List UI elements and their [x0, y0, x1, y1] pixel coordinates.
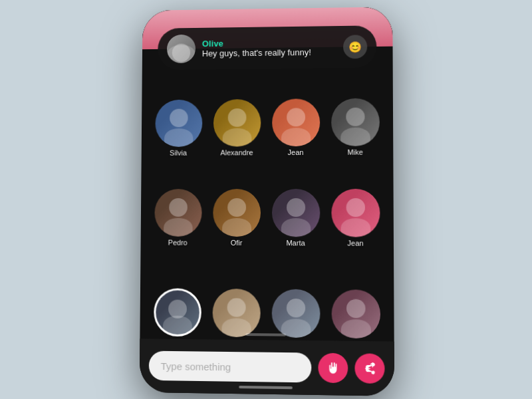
participant-marta[interactable]: Marta [267, 159, 324, 247]
participant-user2[interactable] [208, 249, 265, 337]
avatar-user3 [271, 289, 320, 338]
name-silvia: Silvia [170, 149, 187, 157]
share-button[interactable] [354, 353, 384, 384]
share-icon [363, 362, 377, 376]
name-jean2: Jean [347, 239, 363, 247]
chat-text-area: Olive Hey guys, that's really funny! [202, 37, 336, 59]
participant-user4[interactable] [327, 249, 384, 338]
name-alexandre: Alexandre [220, 149, 253, 157]
emoji-icon: 😊 [348, 41, 362, 53]
name-pedro: Pedro [168, 238, 188, 246]
participant-pedro[interactable]: Pedro [150, 160, 206, 247]
participant-silvia[interactable]: Silvia [150, 70, 206, 157]
avatar-self [154, 288, 201, 336]
participant-user3[interactable] [267, 249, 325, 338]
avatar-pedro [154, 189, 201, 237]
participant-jean2[interactable]: Jean [327, 159, 384, 247]
avatar-marta [271, 189, 319, 237]
participant-mike[interactable]: Mike [327, 69, 384, 157]
chat-bubble: Olive Hey guys, that's really funny! 😊 [158, 25, 376, 70]
hand-icon [326, 360, 340, 376]
type-input-field[interactable]: Type something [149, 351, 312, 383]
name-marta: Marta [286, 239, 305, 247]
avatar-jean1 [272, 99, 320, 147]
phone-device: Olive Hey guys, that's really funny! 😊 S… [140, 7, 394, 396]
avatar-user2 [212, 289, 260, 337]
chat-avatar [167, 35, 196, 64]
avatar-jean2 [331, 189, 380, 237]
participant-ofir[interactable]: Ofir [208, 159, 265, 246]
input-placeholder: Type something [161, 360, 231, 372]
avatar-silvia [155, 100, 202, 147]
avatar-user4 [331, 289, 380, 338]
name-ofir: Ofir [231, 239, 243, 247]
raise-hand-button[interactable] [318, 353, 348, 384]
phone-screen: Olive Hey guys, that's really funny! 😊 S… [140, 7, 394, 396]
scroll-indicator [245, 333, 285, 336]
chat-message-text: Hey guys, that's really funny! [202, 47, 336, 59]
name-mike: Mike [347, 148, 363, 156]
avatar-alexandre [213, 99, 261, 147]
participant-alexandre[interactable]: Alexandre [209, 70, 265, 156]
name-jean1: Jean [288, 148, 304, 156]
participant-self[interactable] [149, 249, 205, 336]
emoji-button[interactable]: 😊 [343, 35, 367, 59]
avatar-ofir [213, 189, 261, 237]
participant-jean1[interactable]: Jean [267, 70, 324, 157]
participants-grid: Silvia Alexandre Jean Mike [146, 66, 387, 342]
avatar-mike [331, 98, 380, 146]
